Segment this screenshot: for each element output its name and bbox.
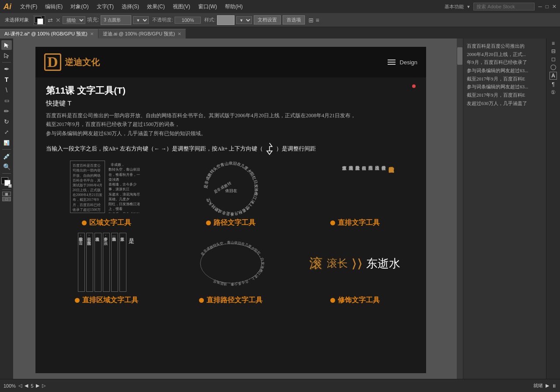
tab-close-2[interactable]: ✕ (178, 32, 181, 36)
menu-effect[interactable]: 效果(C) (144, 2, 168, 11)
scrollbar-thumb[interactable] (457, 47, 462, 65)
demo-vertical-path: 是非成败转头空，青山依旧在几度夕阳红，白发渔樵江渚上，古今多少事，浪花淘尽 (170, 233, 292, 294)
opacity-input[interactable] (175, 17, 201, 24)
nav-next[interactable]: ▷ (42, 383, 46, 388)
label-vp-text: 直排路径文字工具 (206, 296, 262, 305)
toolbar: 未选择对象 ⇄ ✕ 描绘 填充: 3 点圆形 ▾ 不透明度: 样式: ▾ 文档设… (0, 13, 560, 27)
path-demo-content: 是非成败转头空青山依旧在几度夕阳红日发渔樵江渚上惯看秋月番是非成败转头空 是非成… (187, 161, 275, 217)
brush-label: 填充: (87, 16, 99, 24)
label-deco-text: 修饰文字工具 (338, 296, 380, 305)
style-select[interactable]: ▾ (236, 16, 252, 24)
deco-char-3: ⟩⟩ (351, 256, 363, 271)
current-page: 5 (31, 383, 33, 388)
svg-text:依旧在: 依旧在 (225, 189, 237, 193)
tab-close-1[interactable]: ✕ (90, 32, 94, 36)
layers-icon[interactable]: ≡ (552, 40, 555, 46)
dot-vertical (330, 220, 335, 225)
nav-next-page[interactable]: ▶ (36, 383, 39, 388)
color-swatch-area[interactable]: ⇄ (1, 177, 12, 188)
direct-select-tool[interactable] (1, 51, 12, 60)
dot-vp (199, 298, 204, 303)
hamburger-line-2 (388, 62, 396, 63)
tab-file-2[interactable]: 逆迪.ai @ 100% (RGB/GPU 预览) ✕ (98, 29, 186, 38)
demo-decoration: 滚 滚长 ⟩⟩ 东逝水 (294, 233, 416, 294)
right-icon-panel: ≡ ⊟ ◻ ◯ A ¶ ① (546, 38, 560, 379)
menu-object[interactable]: 对象(O) (67, 2, 92, 11)
brush-preview: 3 点圆形 (101, 15, 131, 25)
appearance-icon[interactable]: ◯ (550, 64, 556, 70)
preferences-button[interactable]: 首选项 (283, 15, 305, 24)
menu-text[interactable]: 文字(T) (93, 2, 117, 11)
text-tool[interactable]: T (1, 75, 12, 84)
none-color-icon[interactable]: ✕ (56, 17, 61, 24)
label-area: 区域文字工具 (46, 218, 168, 228)
stop-btn[interactable]: ⏸ (552, 383, 556, 388)
hamburger-line-3 (388, 64, 396, 65)
props-text-content: 百度百科是百度公司推出的 2006年4月20日上线，正式... 年9月，百度百科… (467, 42, 542, 108)
v-col-7: 惯看秋月番 (381, 162, 386, 215)
demo-vertical-area: 非成败转头空，青山 依旧在，几度夕阳红 白发渔樵江渚上 古今多少事，浪花 风一壶… (46, 233, 168, 294)
nav-prev[interactable]: ◁ (18, 383, 22, 388)
label-path: 路径文字工具 (170, 218, 292, 228)
workspace-label: 基本功能 (444, 4, 464, 10)
tool-divider-1 (2, 62, 11, 63)
paragraph-icon[interactable]: ¶ (552, 81, 554, 88)
menu-window[interactable]: 窗口(W) (195, 2, 220, 11)
document-slide: D 逆迪文化 Design 第11课 文字工具(T) 快捷键 T 百度百 (35, 46, 427, 374)
text-icon[interactable]: A (550, 72, 557, 80)
close-button[interactable]: ✕ (552, 4, 556, 10)
svg-text:是非成败转头空，青山依旧在几度夕阳红，白发渔樵江渚上，古今多: 是非成败转头空，青山依旧在几度夕阳红，白发渔樵江渚上，古今多少事，浪花淘尽 (200, 241, 264, 286)
style-swatch[interactable] (217, 15, 234, 25)
brush-tool[interactable]: ✏ (1, 106, 12, 116)
nav-prev-page[interactable]: ◀ (24, 383, 28, 388)
selection-tool[interactable] (1, 40, 12, 50)
pen-tool[interactable]: ✒ (1, 64, 12, 74)
scale-tool[interactable]: ⤢ (1, 127, 12, 137)
play-btn[interactable]: ▶ (546, 383, 549, 388)
arrange-icon[interactable]: ⊞ (308, 17, 314, 24)
screen-mode-btn[interactable]: □ (2, 197, 11, 201)
opentype-icon[interactable]: ① (551, 89, 556, 95)
menu-file[interactable]: 文件(F) (17, 2, 41, 11)
rotate-tool[interactable]: ↻ (1, 117, 12, 126)
graph-tool[interactable]: 📊 (1, 138, 12, 147)
top-labels-row: 区域文字工具 路径文字工具 直排文字工具 (46, 218, 416, 228)
line-tool[interactable]: \ (1, 85, 12, 95)
tab-file-1[interactable]: AI-课件2.ai* @ 100% (RGB/GPU 预览) ✕ (0, 29, 98, 38)
zoom-level[interactable]: 100% (4, 383, 16, 388)
workspace-arrow[interactable]: ▾ (467, 4, 470, 10)
menu-bar-right: 基本功能 ▾ ─ □ ✕ (444, 3, 556, 10)
transform-icon[interactable]: ◻ (551, 56, 556, 62)
menu-view[interactable]: 视图(V) (169, 2, 194, 11)
swap-colors-icon[interactable]: ⇄ (48, 17, 53, 24)
rect-tool[interactable]: ▭ (1, 96, 12, 105)
tab-bar: AI-课件2.ai* @ 100% (RGB/GPU 预览) ✕ 逆迪.ai @… (0, 27, 560, 38)
view-mode-btn[interactable]: ▦ (2, 192, 11, 196)
canvas-area[interactable]: D 逆迪文化 Design 第11课 文字工具(T) 快捷键 T 百度百 (13, 38, 463, 379)
distribute-icon[interactable]: ≡ (315, 17, 319, 24)
v-col-8: 旧是非成败转头空青山依旧在 (387, 162, 395, 215)
v-col-6: 日发渔樵上 (374, 162, 380, 215)
va-col-3: 白发渔樵江渚上 (94, 233, 102, 292)
slide-tip: 当输入一段文字之后，按Alt+ 左右方向键（← →）是调整字间距，按Alt+ 上… (46, 142, 416, 155)
menu-edit[interactable]: 编辑(E) (42, 2, 66, 11)
tab-label-1: AI-课件2.ai* @ 100% (RGB/GPU 预览) (4, 31, 88, 37)
label-vertical-text: 直排文字工具 (338, 218, 380, 228)
hamburger-menu[interactable] (388, 60, 396, 65)
minimize-button[interactable]: ─ (538, 4, 542, 10)
properties-icon[interactable]: ⊟ (551, 48, 556, 54)
fill-swatch[interactable] (34, 15, 45, 25)
no-selection-label: 未选择对象 (2, 15, 32, 24)
menu-select[interactable]: 选择(S) (118, 2, 143, 11)
dot-deco (330, 298, 335, 303)
deco-char-1: 滚 (309, 255, 322, 273)
restore-button[interactable]: □ (546, 4, 549, 10)
brush-type-select[interactable]: 描绘 (63, 16, 85, 24)
brush-select[interactable]: ▾ (133, 16, 149, 24)
menu-help[interactable]: 帮助(H) (221, 2, 246, 11)
stock-search-input[interactable] (473, 3, 535, 10)
vertical-scrollbar[interactable] (457, 38, 463, 379)
eyedropper-tool[interactable]: 💉 (1, 151, 12, 161)
doc-settings-button[interactable]: 文档设置 (254, 15, 281, 24)
zoom-tool[interactable]: 🔍 (1, 162, 12, 172)
